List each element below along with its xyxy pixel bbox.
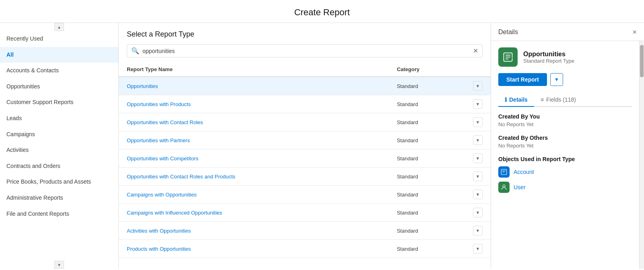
sidebar-item-price-books[interactable]: Price Books, Products and Assets — [0, 174, 118, 190]
sidebar-scroll-up[interactable]: ▲ — [54, 23, 64, 31]
report-name-link[interactable]: Opportunities with Partners — [127, 137, 190, 143]
objects-section: Objects Used in Report Type AccountUser — [498, 156, 632, 193]
report-name-link[interactable]: Opportunities with Contact Roles — [127, 119, 203, 125]
report-row-category: Standard▼ — [389, 149, 491, 168]
action-buttons: Start Report ▼ — [498, 73, 632, 86]
report-name-link[interactable]: Campaigns with Opportunities — [127, 192, 196, 198]
report-type-header: Opportunities Standard Report Type — [498, 47, 632, 67]
tab-details[interactable]: ℹ Details — [498, 93, 534, 107]
table-row[interactable]: Opportunities with PartnersStandard▼ — [119, 131, 491, 149]
right-panel-header: Details × — [491, 23, 644, 41]
fields-tab-icon: ≡ — [541, 96, 544, 103]
scrollbar-track[interactable] — [640, 41, 644, 269]
sidebar-item-contracts-and-orders[interactable]: Contracts and Orders — [0, 158, 118, 174]
user-icon — [498, 182, 510, 193]
sidebar-item-administrative-reports[interactable]: Administrative Reports — [0, 190, 118, 206]
report-name-link[interactable]: Opportunities with Products — [127, 101, 191, 107]
select-title: Select a Report Type — [127, 30, 483, 39]
right-panel: Details × Opportunitie — [491, 23, 644, 269]
search-bar-container: 🔍 ✕ — [127, 44, 483, 57]
report-type-name: Opportunities — [523, 51, 574, 58]
report-row-category: Standard▼ — [389, 204, 491, 222]
table-row[interactable]: OpportunitiesStandard▼ — [119, 77, 491, 95]
table-row[interactable]: Opportunities with CompetitorsStandard▼ — [119, 149, 491, 168]
report-type-subtype: Standard Report Type — [523, 58, 574, 64]
row-dropdown-button[interactable]: ▼ — [473, 135, 483, 145]
report-row-category: Standard▼ — [389, 222, 491, 240]
objects-list: AccountUser — [498, 166, 632, 193]
sidebar-scroll-down[interactable]: ▼ — [54, 261, 64, 269]
row-dropdown-button[interactable]: ▼ — [473, 190, 483, 199]
close-button[interactable]: × — [632, 29, 637, 36]
report-name-link[interactable]: Opportunities with Contact Roles and Pro… — [127, 174, 235, 180]
row-dropdown-button[interactable]: ▼ — [473, 226, 483, 235]
created-by-others-title: Created By Others — [498, 135, 632, 141]
category-value: Standard — [397, 246, 418, 252]
tab-fields[interactable]: ≡ Fields (118) — [534, 93, 582, 107]
category-value: Standard — [397, 174, 418, 180]
sidebar-item-file-content-reports[interactable]: File and Content Reports — [0, 206, 118, 222]
report-name-link[interactable]: Campaigns with Influenced Opportunities — [127, 210, 222, 216]
report-name-link[interactable]: Opportunities — [127, 83, 158, 89]
report-row-name: Opportunities with Contact Roles and Pro… — [119, 168, 389, 186]
clear-search-icon[interactable]: ✕ — [473, 47, 478, 55]
sidebar-items: Recently UsedAllAccounts & ContactsOppor… — [0, 23, 118, 222]
report-row-category: Standard▼ — [389, 131, 491, 149]
report-type-icon — [498, 47, 518, 67]
sidebar-item-opportunities[interactable]: Opportunities — [0, 79, 118, 95]
created-by-others-section: Created By Others No Reports Yet — [498, 135, 632, 149]
report-row-category: Standard▼ — [389, 240, 491, 258]
report-row-category: Standard▼ — [389, 113, 491, 131]
sidebar-item-all[interactable]: All — [0, 47, 118, 63]
report-row-name: Opportunities with Partners — [119, 131, 389, 149]
report-row-category: Standard▼ — [389, 168, 491, 186]
sidebar-item-accounts-contacts[interactable]: Accounts & Contacts — [0, 63, 118, 79]
sidebar-item-activities[interactable]: Activities — [0, 142, 118, 158]
details-tab-icon: ℹ — [505, 96, 507, 103]
details-tab-label: Details — [509, 96, 528, 103]
svg-point-7 — [503, 185, 505, 187]
row-dropdown-button[interactable]: ▼ — [473, 117, 483, 127]
table-row[interactable]: Opportunities with Contact Roles and Pro… — [119, 168, 491, 186]
row-dropdown-button[interactable]: ▼ — [473, 172, 483, 181]
category-value: Standard — [397, 192, 418, 198]
report-name-link[interactable]: Products with Opportunities — [127, 246, 191, 252]
start-report-dropdown-button[interactable]: ▼ — [550, 73, 563, 86]
row-dropdown-button[interactable]: ▼ — [473, 244, 483, 254]
sidebar-item-recently-used[interactable]: Recently Used — [0, 31, 118, 47]
created-by-you-title: Created By You — [498, 113, 632, 120]
category-value: Standard — [397, 155, 418, 162]
report-name-link[interactable]: Activities with Opportunities — [127, 228, 191, 234]
sidebar-item-leads[interactable]: Leads — [0, 110, 118, 127]
sidebar-item-customer-support-reports[interactable]: Customer Support Reports — [0, 94, 118, 110]
row-dropdown-button[interactable]: ▼ — [473, 153, 483, 163]
report-row-name: Opportunities with Products — [119, 95, 389, 113]
category-value: Standard — [397, 210, 418, 216]
category-value: Standard — [397, 101, 418, 107]
scrollbar-thumb[interactable] — [640, 45, 644, 77]
start-report-button[interactable]: Start Report — [498, 73, 547, 86]
user-link[interactable]: User — [514, 184, 526, 190]
row-dropdown-button[interactable]: ▼ — [473, 81, 483, 91]
table-row[interactable]: Campaigns with Influenced OpportunitiesS… — [119, 204, 491, 222]
search-input[interactable] — [142, 48, 473, 54]
account-icon — [498, 166, 510, 178]
table-row[interactable]: Opportunities with ProductsStandard▼ — [119, 95, 491, 113]
created-by-others-value: No Reports Yet — [498, 143, 632, 149]
sidebar-item-campaigns[interactable]: Campaigns — [0, 127, 118, 143]
table-row[interactable]: Opportunities with Contact RolesStandard… — [119, 113, 491, 131]
row-dropdown-button[interactable]: ▼ — [473, 208, 483, 217]
table-row[interactable]: Campaigns with OpportunitiesStandard▼ — [119, 186, 491, 204]
category-value: Standard — [397, 137, 418, 143]
detail-tabs: ℹ Details ≡ Fields (118) — [498, 93, 632, 107]
table-row[interactable]: Products with OpportunitiesStandard▼ — [119, 240, 491, 258]
object-item-user: User — [498, 182, 632, 193]
report-row-name: Opportunities — [119, 77, 389, 95]
details-panel-title: Details — [498, 29, 518, 36]
right-panel-body: Opportunities Standard Report Type Start… — [491, 41, 644, 269]
row-dropdown-button[interactable]: ▼ — [473, 99, 483, 109]
report-row-name: Campaigns with Influenced Opportunities — [119, 204, 389, 222]
report-name-link[interactable]: Opportunities with Competitors — [127, 155, 198, 162]
account-link[interactable]: Account — [514, 169, 534, 175]
table-row[interactable]: Activities with OpportunitiesStandard▼ — [119, 222, 491, 240]
